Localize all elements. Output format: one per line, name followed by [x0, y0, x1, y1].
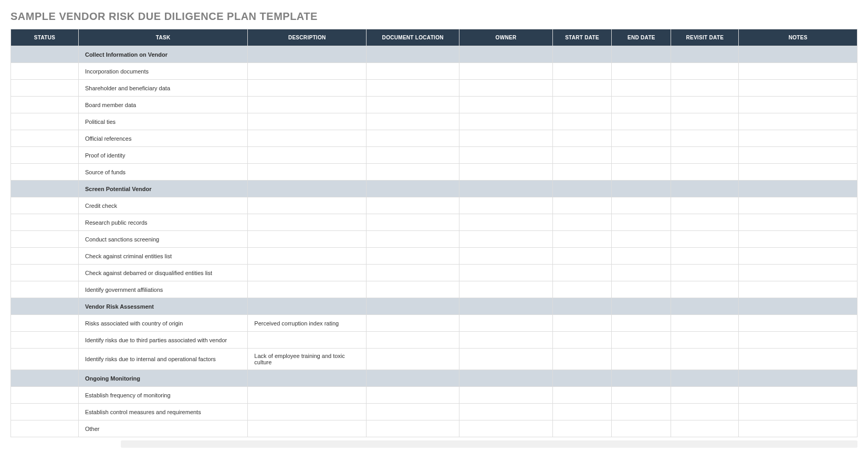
cell-description[interactable]: Perceived corruption index rating	[248, 315, 367, 332]
cell-notes[interactable]	[739, 231, 857, 248]
cell-revisit_date[interactable]	[671, 147, 739, 164]
cell-start_date[interactable]	[552, 130, 612, 147]
cell-doc_location[interactable]	[367, 420, 459, 437]
cell-owner[interactable]	[459, 80, 552, 97]
cell-status[interactable]	[11, 181, 79, 197]
cell-task[interactable]: Vendor Risk Assessment	[78, 298, 247, 315]
cell-start_date[interactable]	[552, 147, 612, 164]
cell-notes[interactable]	[739, 281, 857, 298]
cell-start_date[interactable]	[552, 332, 612, 349]
cell-description[interactable]	[248, 298, 367, 315]
cell-revisit_date[interactable]	[671, 298, 739, 315]
cell-end_date[interactable]	[612, 97, 671, 113]
cell-notes[interactable]	[739, 404, 857, 420]
cell-end_date[interactable]	[612, 130, 671, 147]
cell-notes[interactable]	[739, 370, 857, 387]
cell-revisit_date[interactable]	[671, 420, 739, 437]
cell-end_date[interactable]	[612, 113, 671, 130]
cell-description[interactable]	[248, 231, 367, 248]
cell-revisit_date[interactable]	[671, 181, 739, 197]
cell-start_date[interactable]	[552, 420, 612, 437]
cell-description[interactable]	[248, 404, 367, 420]
cell-description[interactable]	[248, 332, 367, 349]
cell-task[interactable]: Check against criminal entities list	[78, 248, 247, 265]
cell-doc_location[interactable]	[367, 404, 459, 420]
cell-start_date[interactable]	[552, 97, 612, 113]
cell-task[interactable]: Identify risks due to third parties asso…	[78, 332, 247, 349]
cell-task[interactable]: Other	[78, 420, 247, 437]
cell-doc_location[interactable]	[367, 97, 459, 113]
cell-revisit_date[interactable]	[671, 164, 739, 181]
cell-task[interactable]: Establish frequency of monitoring	[78, 387, 247, 404]
cell-end_date[interactable]	[612, 387, 671, 404]
cell-end_date[interactable]	[612, 214, 671, 231]
cell-end_date[interactable]	[612, 332, 671, 349]
cell-description[interactable]	[248, 147, 367, 164]
cell-status[interactable]	[11, 197, 79, 214]
cell-end_date[interactable]	[612, 404, 671, 420]
cell-revisit_date[interactable]	[671, 248, 739, 265]
cell-status[interactable]	[11, 130, 79, 147]
cell-task[interactable]: Incorporation documents	[78, 63, 247, 80]
cell-description[interactable]	[248, 113, 367, 130]
cell-description[interactable]: Lack of employee training and toxic cult…	[248, 349, 367, 370]
cell-notes[interactable]	[739, 298, 857, 315]
cell-doc_location[interactable]	[367, 370, 459, 387]
cell-notes[interactable]	[739, 46, 857, 63]
cell-start_date[interactable]	[552, 298, 612, 315]
cell-owner[interactable]	[459, 349, 552, 370]
cell-description[interactable]	[248, 164, 367, 181]
cell-status[interactable]	[11, 80, 79, 97]
cell-doc_location[interactable]	[367, 80, 459, 97]
cell-doc_location[interactable]	[367, 281, 459, 298]
cell-notes[interactable]	[739, 147, 857, 164]
cell-description[interactable]	[248, 265, 367, 281]
cell-owner[interactable]	[459, 370, 552, 387]
cell-status[interactable]	[11, 164, 79, 181]
cell-revisit_date[interactable]	[671, 80, 739, 97]
cell-revisit_date[interactable]	[671, 349, 739, 370]
cell-owner[interactable]	[459, 387, 552, 404]
cell-owner[interactable]	[459, 265, 552, 281]
cell-start_date[interactable]	[552, 63, 612, 80]
cell-doc_location[interactable]	[367, 46, 459, 63]
cell-notes[interactable]	[739, 214, 857, 231]
cell-start_date[interactable]	[552, 265, 612, 281]
cell-notes[interactable]	[739, 387, 857, 404]
cell-status[interactable]	[11, 387, 79, 404]
cell-owner[interactable]	[459, 113, 552, 130]
cell-task[interactable]: Research public records	[78, 214, 247, 231]
cell-doc_location[interactable]	[367, 315, 459, 332]
cell-revisit_date[interactable]	[671, 315, 739, 332]
cell-owner[interactable]	[459, 248, 552, 265]
cell-status[interactable]	[11, 147, 79, 164]
cell-status[interactable]	[11, 214, 79, 231]
cell-doc_location[interactable]	[367, 130, 459, 147]
cell-owner[interactable]	[459, 97, 552, 113]
cell-notes[interactable]	[739, 164, 857, 181]
horizontal-scrollbar-track[interactable]	[11, 440, 857, 448]
cell-task[interactable]: Official references	[78, 130, 247, 147]
cell-task[interactable]: Screen Potential Vendor	[78, 181, 247, 197]
cell-status[interactable]	[11, 298, 79, 315]
cell-owner[interactable]	[459, 181, 552, 197]
cell-revisit_date[interactable]	[671, 130, 739, 147]
cell-revisit_date[interactable]	[671, 97, 739, 113]
cell-status[interactable]	[11, 315, 79, 332]
cell-revisit_date[interactable]	[671, 281, 739, 298]
cell-owner[interactable]	[459, 147, 552, 164]
cell-doc_location[interactable]	[367, 164, 459, 181]
cell-description[interactable]	[248, 281, 367, 298]
cell-doc_location[interactable]	[367, 214, 459, 231]
cell-doc_location[interactable]	[367, 147, 459, 164]
cell-notes[interactable]	[739, 113, 857, 130]
cell-description[interactable]	[248, 214, 367, 231]
cell-description[interactable]	[248, 63, 367, 80]
cell-start_date[interactable]	[552, 315, 612, 332]
cell-start_date[interactable]	[552, 181, 612, 197]
cell-revisit_date[interactable]	[671, 332, 739, 349]
cell-owner[interactable]	[459, 404, 552, 420]
cell-task[interactable]: Conduct sanctions screening	[78, 231, 247, 248]
cell-owner[interactable]	[459, 332, 552, 349]
cell-doc_location[interactable]	[367, 197, 459, 214]
